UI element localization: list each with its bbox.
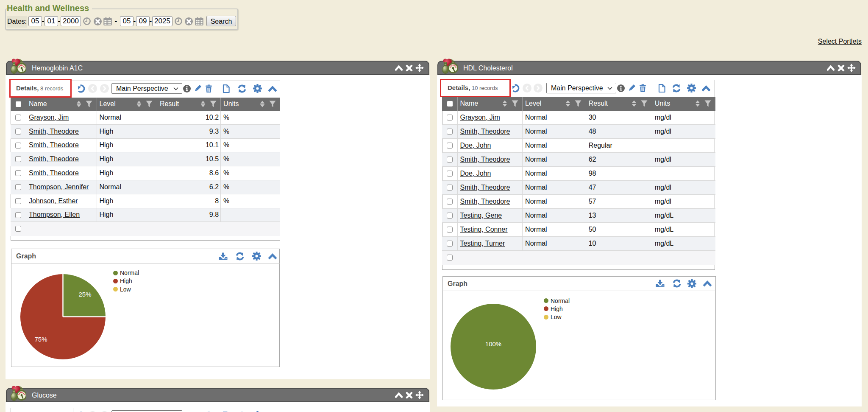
svg-text:25%: 25% (78, 290, 91, 297)
svg-text:100%: 100% (485, 340, 501, 348)
svg-text:75%: 75% (34, 335, 47, 342)
